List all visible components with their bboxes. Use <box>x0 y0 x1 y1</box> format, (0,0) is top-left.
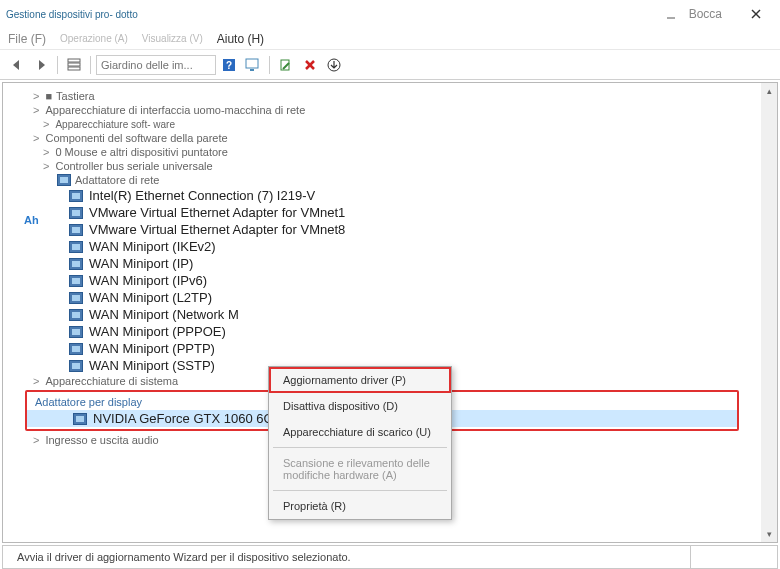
net-device-2[interactable]: VMware Virtual Ethernet Adapter for VMne… <box>3 221 761 238</box>
net-device-4[interactable]: WAN Miniport (IP) <box>3 255 761 272</box>
network-icon <box>69 258 83 270</box>
forward-icon[interactable] <box>30 54 52 76</box>
tree-node-usb[interactable]: >Controller bus seriale universale <box>3 159 761 173</box>
enable-device-icon[interactable] <box>275 54 297 76</box>
svg-rect-3 <box>68 59 80 62</box>
back-icon[interactable] <box>6 54 28 76</box>
network-icon <box>69 207 83 219</box>
ctx-scan-hardware[interactable]: Scansione e rilevamento delle modifiche … <box>269 450 451 488</box>
vertical-scrollbar[interactable]: ▴ ▾ <box>761 83 777 542</box>
net-device-5[interactable]: WAN Miniport (IPv6) <box>3 272 761 289</box>
menu-operation[interactable]: Operazione (A) <box>60 33 128 44</box>
search-input[interactable] <box>96 55 216 75</box>
annotation-ah: Ah <box>24 214 39 226</box>
tree-node-mouse[interactable]: >0 Mouse e altri dispositivi puntatore <box>3 145 761 159</box>
net-device-3[interactable]: WAN Miniport (IKEv2) <box>3 238 761 255</box>
net-device-1[interactable]: VMware Virtual Ethernet Adapter for VMne… <box>3 204 761 221</box>
user-label: Bocca <box>689 7 722 21</box>
net-device-7[interactable]: WAN Miniport (Network M <box>3 306 761 323</box>
tree-node-wall-components[interactable]: >Componenti del software della parete <box>3 131 761 145</box>
minimize-button[interactable] <box>653 0 689 28</box>
menu-help[interactable]: Aiuto (H) <box>217 32 264 46</box>
help-query-icon[interactable]: ? <box>218 54 240 76</box>
network-icon <box>57 174 71 186</box>
svg-rect-5 <box>68 67 80 70</box>
svg-rect-4 <box>68 63 80 66</box>
network-icon <box>69 275 83 287</box>
ctx-update-driver[interactable]: Aggiornamento driver (P) <box>269 367 451 393</box>
net-device-6[interactable]: WAN Miniport (L2TP) <box>3 289 761 306</box>
net-device-8[interactable]: WAN Miniport (PPPOE) <box>3 323 761 340</box>
close-button[interactable] <box>738 0 774 28</box>
ctx-disable-device[interactable]: Disattiva dispositivo (D) <box>269 393 451 419</box>
delete-icon[interactable] <box>299 54 321 76</box>
network-icon <box>69 343 83 355</box>
ctx-uninstall-device[interactable]: Apparecchiature di scarico (U) <box>269 419 451 445</box>
network-icon <box>69 326 83 338</box>
net-device-0[interactable]: Intel(R) Ethernet Connection (7) I219-V <box>3 187 761 204</box>
menu-view[interactable]: Visualizza (V) <box>142 33 203 44</box>
menu-file[interactable]: File (F) <box>8 32 46 46</box>
context-menu: Aggiornamento driver (P) Disattiva dispo… <box>268 366 452 520</box>
window-title: Gestione dispositivi pro- dotto <box>6 9 138 20</box>
svg-rect-9 <box>250 69 254 71</box>
download-icon[interactable] <box>323 54 345 76</box>
network-icon <box>69 190 83 202</box>
scroll-down-icon[interactable]: ▾ <box>761 526 777 542</box>
net-device-9[interactable]: WAN Miniport (PPTP) <box>3 340 761 357</box>
network-icon <box>69 309 83 321</box>
network-icon <box>69 360 83 372</box>
tree-node-network-adapter[interactable]: Adattatore di rete <box>3 173 761 187</box>
scroll-up-icon[interactable]: ▴ <box>761 83 777 99</box>
detail-view-icon[interactable] <box>63 54 85 76</box>
status-right <box>691 546 771 568</box>
svg-rect-8 <box>246 59 258 68</box>
network-icon <box>69 241 83 253</box>
network-icon <box>69 292 83 304</box>
display-icon <box>73 413 87 425</box>
tree-node-software[interactable]: >Apparecchiature soft- ware <box>3 117 761 131</box>
ctx-properties[interactable]: Proprietà (R) <box>269 493 451 519</box>
tree-node-hmi[interactable]: >Apparecchiature di interfaccia uomo-mac… <box>3 103 761 117</box>
tree-node-keyboard[interactable]: >■ Tastiera <box>3 89 761 103</box>
status-text: Avvia il driver di aggiornamento Wizard … <box>9 546 691 568</box>
svg-text:?: ? <box>226 60 232 71</box>
monitor-icon[interactable] <box>242 54 264 76</box>
network-icon <box>69 224 83 236</box>
